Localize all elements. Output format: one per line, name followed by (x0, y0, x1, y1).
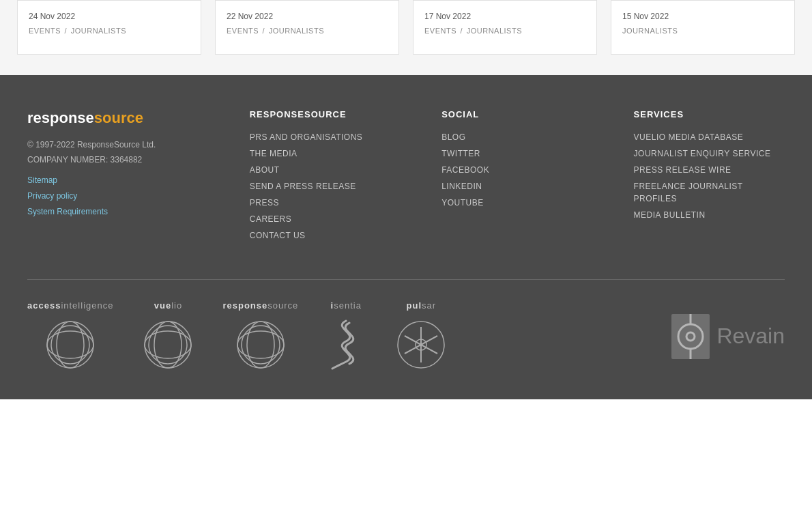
footer-divider (27, 279, 785, 280)
access-intelligence-logo (43, 317, 98, 372)
responsesource-partner-name: responsesource (222, 300, 298, 311)
vuelio-name: vuelio (154, 300, 182, 311)
careers-link[interactable]: CAREERS (250, 214, 292, 224)
card-2: 22 Nov 2022 EVENTS / JOURNALISTS (215, 0, 399, 55)
logo-response-part: response (27, 109, 94, 126)
responsesource-logo (233, 317, 288, 372)
isentia-logo (325, 317, 366, 372)
card-3-tag-journalists[interactable]: JOURNALISTS (467, 27, 522, 35)
partner-access-intelligence: accessintelligence (27, 300, 113, 372)
revain-section: Revain (670, 313, 785, 360)
footer-brand-links: Sitemap Privacy policy System Requiremen… (27, 173, 209, 219)
company-number-text: COMPANY NUMBER: 3364882 (27, 155, 142, 165)
blog-link[interactable]: BLOG (441, 132, 465, 142)
card-2-tag-journalists[interactable]: JOURNALISTS (269, 27, 324, 35)
media-link[interactable]: THE MEDIA (250, 149, 298, 158)
card-1: 24 Nov 2022 EVENTS / JOURNALISTS (17, 0, 201, 55)
press-release-wire-link[interactable]: PRESS RELEASE WIRE (634, 165, 731, 175)
cards-section: 24 Nov 2022 EVENTS / JOURNALISTS 22 Nov … (0, 0, 812, 75)
footer: responsesource © 1997-2022 ResponseSourc… (0, 75, 812, 399)
sitemap-link[interactable]: Sitemap (27, 173, 209, 188)
sar-light: sar (422, 300, 436, 311)
card-2-date: 22 Nov 2022 (227, 12, 388, 21)
lio-light: lio (171, 300, 182, 311)
send-press-release-link[interactable]: SEND A PRESS RELEASE (250, 182, 356, 191)
access-bold: access (27, 300, 61, 311)
intelligence-light: intelligence (61, 300, 113, 311)
pul-bold: pul (407, 300, 422, 311)
revain-icon (670, 313, 711, 360)
media-bulletin-link[interactable]: MEDIA BULLETIN (634, 210, 706, 220)
rs-link-prs: PRS AND ORGANISATIONS (250, 130, 401, 143)
rs-link-press-release: SEND A PRESS RELEASE (250, 180, 401, 192)
partner-vuelio: vuelio (141, 300, 195, 372)
footer-social-col: SOCIAL BLOG TWITTER FACEBOOK LINKEDIN YO… (441, 109, 592, 245)
card-3-date: 17 Nov 2022 (424, 12, 585, 21)
card-4-date: 15 Nov 2022 (622, 12, 783, 21)
card-3-tag-events[interactable]: EVENTS (424, 27, 456, 35)
social-blog: BLOG (441, 130, 592, 143)
contact-us-link[interactable]: CONTACT US (250, 231, 306, 240)
card-2-tags: EVENTS / JOURNALISTS (227, 27, 388, 35)
card-4: 15 Nov 2022 JOURNALISTS (611, 0, 795, 55)
footer-services-col: SERVICES VUELIO MEDIA DATABASE JOURNALIS… (634, 109, 785, 245)
pulsar-logo (394, 317, 448, 372)
rs-link-about: ABOUT (250, 163, 401, 175)
social-linkedin: LINKEDIN (441, 180, 592, 192)
service-freelance: FREELANCE JOURNALIST PROFILES (634, 180, 785, 204)
access-intelligence-name: accessintelligence (27, 300, 113, 311)
response-bold: response (222, 300, 267, 311)
freelance-journalist-profiles-link[interactable]: FREELANCE JOURNALIST PROFILES (634, 182, 743, 203)
footer-logo: responsesource (27, 109, 209, 127)
facebook-link[interactable]: FACEBOOK (441, 165, 489, 175)
revain-text: Revain (716, 324, 785, 349)
journalist-enquiry-link[interactable]: JOURNALIST ENQUIRY SERVICE (634, 149, 771, 158)
card-3: 17 Nov 2022 EVENTS / JOURNALISTS (413, 0, 597, 55)
footer-copyright: © 1997-2022 ResponseSource Ltd. COMPANY … (27, 138, 209, 167)
press-link[interactable]: PRESS (250, 198, 279, 208)
social-facebook: FACEBOOK (441, 163, 592, 175)
svg-point-4 (145, 322, 191, 368)
pulsar-name: pulsar (407, 300, 437, 311)
social-twitter: TWITTER (441, 147, 592, 159)
twitter-link[interactable]: TWITTER (441, 149, 480, 158)
isentia-name: isentia (331, 300, 362, 311)
card-1-tag-journalists[interactable]: JOURNALISTS (71, 27, 126, 35)
partner-responsesource: responsesource (222, 300, 298, 372)
svg-point-0 (47, 322, 93, 368)
footer-responsesource-col: RESPONSESOURCE PRS AND ORGANISATIONS THE… (250, 109, 401, 245)
linkedin-link[interactable]: LINKEDIN (441, 182, 482, 191)
youtube-link[interactable]: YOUTUBE (441, 198, 484, 208)
service-vuelio: VUELIO MEDIA DATABASE (634, 130, 785, 143)
responsesource-col-title: RESPONSESOURCE (250, 109, 401, 119)
service-media-bulletin: MEDIA BULLETIN (634, 208, 785, 220)
svg-point-8 (237, 322, 284, 368)
privacy-policy-link[interactable]: Privacy policy (27, 188, 209, 204)
card-4-tag-journalists[interactable]: JOURNALISTS (622, 27, 678, 35)
service-journalist-enquiry: JOURNALIST ENQUIRY SERVICE (634, 147, 785, 159)
logo-source-part: source (94, 109, 143, 126)
sentia-light: sentia (334, 300, 362, 311)
social-col-title: SOCIAL (441, 109, 592, 119)
partner-pulsar: pulsar (394, 300, 448, 372)
svg-point-3 (44, 317, 98, 371)
vue-bold: vue (154, 300, 171, 311)
system-requirements-link[interactable]: System Requirements (27, 204, 209, 220)
card-2-separator: / (263, 27, 267, 35)
rs-link-press: PRESS (250, 196, 401, 208)
vuelio-media-db-link[interactable]: VUELIO MEDIA DATABASE (634, 132, 744, 142)
card-2-tag-events[interactable]: EVENTS (227, 27, 259, 35)
service-press-release-wire: PRESS RELEASE WIRE (634, 163, 785, 175)
prs-link[interactable]: PRS AND ORGANISATIONS (250, 132, 363, 142)
vuelio-logo (141, 317, 195, 372)
card-1-tag-events[interactable]: EVENTS (29, 27, 61, 35)
footer-top: responsesource © 1997-2022 ResponseSourc… (27, 109, 785, 272)
responsesource-links: PRS AND ORGANISATIONS THE MEDIA ABOUT SE… (250, 130, 401, 241)
footer-brand-col: responsesource © 1997-2022 ResponseSourc… (27, 109, 209, 245)
services-links: VUELIO MEDIA DATABASE JOURNALIST ENQUIRY… (634, 130, 785, 220)
rs-link-media: THE MEDIA (250, 147, 401, 159)
about-link[interactable]: ABOUT (250, 165, 280, 175)
social-youtube: YOUTUBE (441, 196, 592, 208)
card-3-separator: / (461, 27, 465, 35)
svg-point-11 (233, 317, 287, 371)
